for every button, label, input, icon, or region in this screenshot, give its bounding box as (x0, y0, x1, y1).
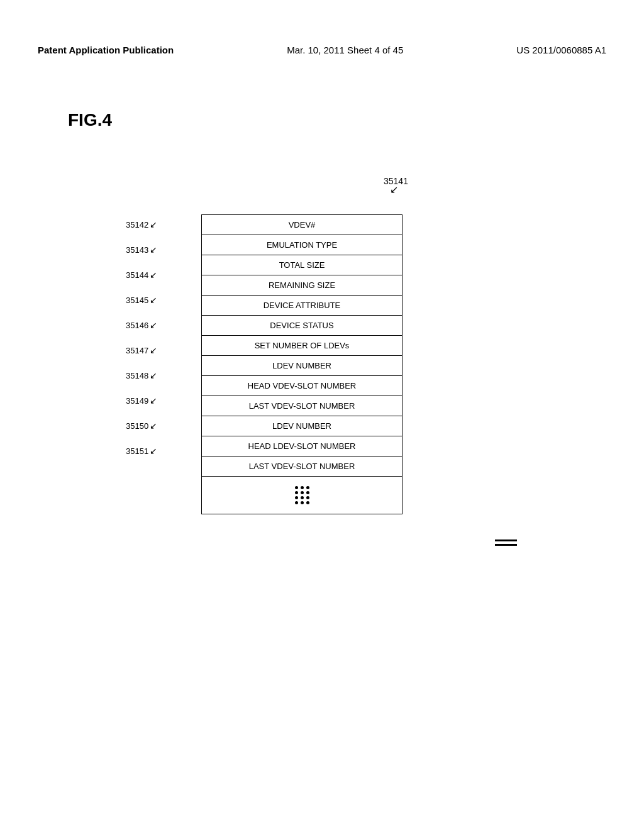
ref-35149-text: 35149 (126, 396, 148, 406)
ref-35150-arrow-icon: ↙ (150, 421, 157, 431)
table-row: VDEV# (202, 215, 402, 235)
row-vdev-label: VDEV# (289, 220, 316, 230)
ref-35148-text: 35148 (126, 371, 148, 380)
ref-35151: 35151 ↙ (126, 446, 157, 456)
diagram-layout: 35142 ↙ 35143 ↙ 35144 ↙ 35145 ↙ 35146 (126, 214, 516, 514)
ref-35150-text: 35150 (126, 421, 148, 431)
ref-35147-text: 35147 (126, 346, 148, 355)
table-row: LDEV NUMBER (202, 356, 402, 376)
row-ldev-number-2-label: LDEV NUMBER (272, 421, 331, 431)
ref-35142-arrow-icon: ↙ (150, 219, 157, 230)
ref-35148-arrow-icon: ↙ (150, 370, 157, 380)
publication-label: Patent Application Publication (38, 45, 174, 55)
date-sheet-label: Mar. 10, 2011 Sheet 4 of 45 (287, 45, 403, 55)
ref-35149-arrow-icon: ↙ (150, 396, 157, 406)
ref-35144: 35144 ↙ (126, 270, 157, 280)
table-row: DEVICE ATTRIBUTE (202, 296, 402, 316)
data-table: VDEV# EMULATION TYPE TOTAL SIZE REMAININ… (201, 214, 402, 514)
ref-35149: 35149 ↙ (126, 396, 157, 406)
row-head-ldev-slot-label: HEAD LDEV-SLOT NUMBER (248, 441, 356, 451)
row-last-ldev-slot-label: LAST VDEV-SLOT NUMBER (249, 462, 355, 471)
ref-35142-text: 35142 (126, 220, 148, 230)
row-head-vdev-slot-label: HEAD VDEV-SLOT NUMBER (248, 381, 356, 390)
ref-35147: 35147 ↙ (126, 345, 157, 355)
ref-35143: 35143 ↙ (126, 245, 157, 255)
ref-35150: 35150 ↙ (126, 421, 157, 431)
ref-35143-arrow-icon: ↙ (150, 245, 157, 255)
ref-35143-text: 35143 (126, 245, 148, 255)
ref-35144-text: 35144 (126, 270, 148, 280)
table-row: DEVICE STATUS (202, 316, 402, 336)
table-row: SET NUMBER OF LDEVs (202, 336, 402, 356)
ref-35144-arrow-icon: ↙ (150, 270, 157, 280)
table-row: TOTAL SIZE (202, 255, 402, 275)
ref-35142: 35142 ↙ (126, 219, 157, 230)
patent-number-label: US 2011/0060885 A1 (516, 45, 606, 55)
row-last-vdev-slot-label: LAST VDEV-SLOT NUMBER (249, 401, 355, 411)
table-row: HEAD VDEV-SLOT NUMBER (202, 376, 402, 396)
ref-35145-arrow-icon: ↙ (150, 295, 157, 305)
table-wrapper: 35142 ↙ 35143 ↙ 35144 ↙ 35145 ↙ 35146 (126, 214, 516, 514)
row-set-number-label: SET NUMBER OF LDEVs (255, 341, 350, 350)
ref-35148: 35148 ↙ (126, 370, 157, 380)
scroll-indicator (495, 540, 517, 546)
ref-35151-arrow-icon: ↙ (150, 446, 157, 456)
ref-35151-text: 35151 (126, 446, 148, 456)
row-device-status-label: DEVICE STATUS (270, 321, 333, 330)
ref-35146: 35146 ↙ (126, 320, 157, 330)
ref-35141-arrow-icon: ↙ (390, 184, 516, 196)
table-continuation-dots (202, 477, 402, 514)
table-row: HEAD LDEV-SLOT NUMBER (202, 436, 402, 456)
row-ldev-number-1-label: LDEV NUMBER (272, 361, 331, 370)
row-remaining-size-label: REMAINING SIZE (269, 280, 335, 290)
diagram-container: 35141 ↙ 35142 ↙ 35143 ↙ 35144 ↙ (126, 176, 516, 514)
table-row: REMAINING SIZE (202, 275, 402, 296)
ref-35146-arrow-icon: ↙ (150, 320, 157, 330)
ref-35145-text: 35145 (126, 296, 148, 305)
row-total-size-label: TOTAL SIZE (279, 260, 325, 270)
page-header: Patent Application Publication Mar. 10, … (0, 45, 644, 55)
table-row: LDEV NUMBER (202, 416, 402, 436)
ref-35145: 35145 ↙ (126, 295, 157, 305)
row-emulation-label: EMULATION TYPE (267, 240, 337, 250)
figure-label: FIG.4 (68, 110, 112, 130)
table-row: LAST VDEV-SLOT NUMBER (202, 456, 402, 477)
ref-35146-text: 35146 (126, 321, 148, 330)
table-row: EMULATION TYPE (202, 235, 402, 255)
table-row: LAST VDEV-SLOT NUMBER (202, 396, 402, 416)
row-device-attribute-label: DEVICE ATTRIBUTE (264, 301, 341, 310)
ref-35147-arrow-icon: ↙ (150, 345, 157, 355)
